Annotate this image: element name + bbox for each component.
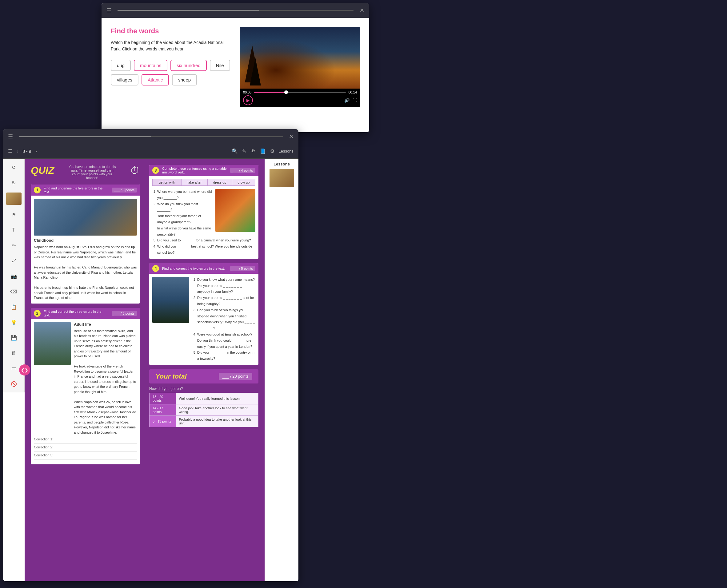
section-2-text-area: Adult life Because of his mathematical s… — [74, 322, 137, 435]
total-box: Your total ___ / 20 points — [149, 369, 258, 383]
video-thumbnail — [240, 27, 360, 88]
lessons-title: Lessons — [268, 162, 295, 166]
score-range-1: 18 - 20 points — [149, 393, 176, 404]
close-icon-front[interactable]: ✕ — [289, 133, 293, 140]
verb-table: get on with take after dress up grow up — [152, 179, 255, 186]
video-controls: 00:05 00:14 ▶ 🔊 ⛶ — [240, 88, 360, 107]
section-4-image — [152, 277, 189, 323]
toolbar: ☰ ‹ 8 - 9 › 🔍 ✎ 👁 📘 ⚙ Lessons — [3, 144, 298, 159]
correction-1: Correction 1: ___________ — [34, 437, 137, 443]
how-did-text: How did you get on? — [149, 386, 258, 391]
video-panel: 00:05 00:14 ▶ 🔊 ⛶ — [240, 27, 360, 107]
highlight-icon[interactable]: 🖍 — [8, 255, 19, 266]
section-2-instructions: Find and correct the three errors in the… — [44, 310, 109, 317]
section-2-image — [34, 322, 71, 365]
undo-icon[interactable]: ↺ — [8, 162, 19, 173]
section-1-body: Childhood Napoleon was born on August 15… — [31, 195, 140, 303]
section-4-body: Do you know what your name means? Did yo… — [149, 274, 258, 365]
section-4-mixed: Do you know what your name means? Did yo… — [152, 277, 255, 362]
image-icon[interactable]: 📷 — [8, 271, 19, 282]
progress-track[interactable] — [254, 92, 346, 93]
section-1-image — [34, 199, 137, 235]
word-chip-mountains[interactable]: mountains — [134, 60, 167, 71]
archive-icon[interactable]: 🗃 — [8, 363, 19, 374]
word-grid: dug mountains six hundred Nile villages … — [111, 60, 234, 85]
section-1-instructions: Find and underline the five errors in th… — [44, 186, 109, 194]
video-time-current: 00:05 — [243, 90, 252, 94]
edit-icon[interactable]: ✎ — [242, 148, 246, 154]
back-content: Find the words Watch the beginning of th… — [102, 18, 369, 113]
bookmark-icon[interactable]: 📘 — [259, 148, 266, 154]
play-button[interactable]: ▶ — [243, 95, 253, 105]
timer-icon: ⏱ — [130, 165, 140, 176]
section-4-box: 4 Find and correct the two errors in the… — [149, 263, 258, 365]
word-chip-sixhundred[interactable]: six hundred — [170, 60, 207, 71]
front-scroll-track[interactable] — [19, 136, 283, 137]
list-icon[interactable]: ☰ — [8, 148, 12, 154]
book-content: QUIZ You have ten minutes to do this qui… — [25, 159, 265, 581]
verb-2: take after — [182, 179, 208, 186]
fullscreen-icon[interactable]: ⛶ — [353, 98, 357, 103]
trash-icon[interactable]: 🗑 — [8, 348, 19, 359]
settings-icon[interactable]: ⚙ — [270, 148, 274, 154]
section-2-text: Because of his mathematical skills, and … — [74, 329, 137, 435]
lesson-thumbnail-panel[interactable] — [270, 169, 294, 187]
lightbulb-icon[interactable]: 💡 — [8, 317, 19, 328]
book-layout: ↺ ↻ ⚑ T ✏ 🖍 📷 ⌫ 📋 💡 💾 🗑 🗃 🚫 ❮❯ — [3, 159, 298, 581]
forward-icon[interactable]: › — [35, 149, 37, 154]
front-titlebar: ☰ ✕ — [3, 129, 298, 144]
verb-1: get on with — [152, 179, 182, 186]
flag-icon[interactable]: ⚑ — [8, 209, 19, 220]
section-3-image — [215, 189, 255, 232]
section-3-box: 3 Complete these sentences using a suita… — [149, 165, 258, 259]
scroll-track[interactable] — [118, 10, 353, 11]
quiz-page: QUIZ You have ten minutes to do this qui… — [25, 159, 265, 581]
section-4-questions: Do you know what your name means? Did yo… — [192, 277, 255, 362]
back-icon[interactable]: ‹ — [17, 149, 18, 154]
quiz-right: 3 Complete these sentences using a suita… — [146, 159, 265, 581]
lessons-label: Lessons — [279, 149, 293, 153]
toolbar-right: 🔍 ✎ 👁 📘 ⚙ Lessons — [232, 148, 293, 154]
eye-icon[interactable]: 👁 — [250, 149, 255, 154]
quiz-header: QUIZ You have ten minutes to do this qui… — [31, 165, 140, 180]
hamburger-icon-front[interactable]: ☰ — [8, 133, 13, 140]
section-4-points: ___ / 5 points — [230, 266, 255, 271]
quiz-left: QUIZ You have ten minutes to do this qui… — [25, 159, 146, 581]
section-2-subtitle: Adult life — [74, 322, 137, 327]
pencil-icon[interactable]: ✏ — [8, 240, 19, 251]
eye-off-icon[interactable]: 🚫 — [8, 378, 19, 389]
progress-thumb — [284, 90, 288, 94]
hamburger-icon[interactable]: ☰ — [106, 7, 111, 14]
eraser-icon[interactable]: ⌫ — [8, 286, 19, 297]
section-1-subtitle: Childhood — [34, 238, 137, 243]
search-icon[interactable]: 🔍 — [232, 148, 238, 154]
front-scroll-thumb — [19, 136, 151, 137]
note-icon[interactable]: 📋 — [8, 301, 19, 312]
close-icon[interactable]: ✕ — [360, 7, 364, 14]
section-4-header: 4 Find and correct the two errors in the… — [149, 263, 258, 274]
fab-button[interactable]: ❮❯ — [19, 364, 30, 376]
section-1-text: Napoleon was born on August 15th 1769 an… — [34, 245, 137, 300]
redo-icon[interactable]: ↻ — [8, 177, 19, 188]
volume-icon[interactable]: 🔊 — [344, 98, 350, 103]
word-chip-sheep[interactable]: sheep — [172, 74, 197, 85]
word-chip-dug[interactable]: dug — [111, 60, 131, 71]
save-icon[interactable]: 💾 — [8, 332, 19, 343]
video-right-icons: 🔊 ⛶ — [344, 98, 357, 103]
word-chip-nile[interactable]: Nile — [210, 60, 230, 71]
section-1-box: 1 Find and underline the five errors in … — [31, 185, 140, 303]
verb-4: grow up — [232, 179, 255, 186]
score-feedback-2: Good job! Take another look to see what … — [176, 404, 258, 416]
section-3-body: get on with take after dress up grow up … — [149, 176, 258, 259]
section-3-points: ___ / 4 points — [230, 168, 255, 173]
lesson-thumbnail[interactable] — [6, 192, 22, 205]
text-format-icon[interactable]: T — [8, 225, 19, 235]
video-time-total: 00:14 — [348, 90, 357, 94]
score-feedback-1: Well done! You really learned this lesso… — [176, 393, 258, 404]
word-chip-atlantic[interactable]: Atlantic — [142, 74, 169, 85]
video-container[interactable]: 00:05 00:14 ▶ 🔊 ⛶ — [240, 27, 360, 107]
quiz-title: QUIZ — [31, 165, 54, 176]
left-panel: Find the words Watch the beginning of th… — [111, 27, 234, 107]
word-chip-villages[interactable]: villages — [111, 74, 139, 85]
total-points: ___ / 20 points — [219, 373, 252, 380]
